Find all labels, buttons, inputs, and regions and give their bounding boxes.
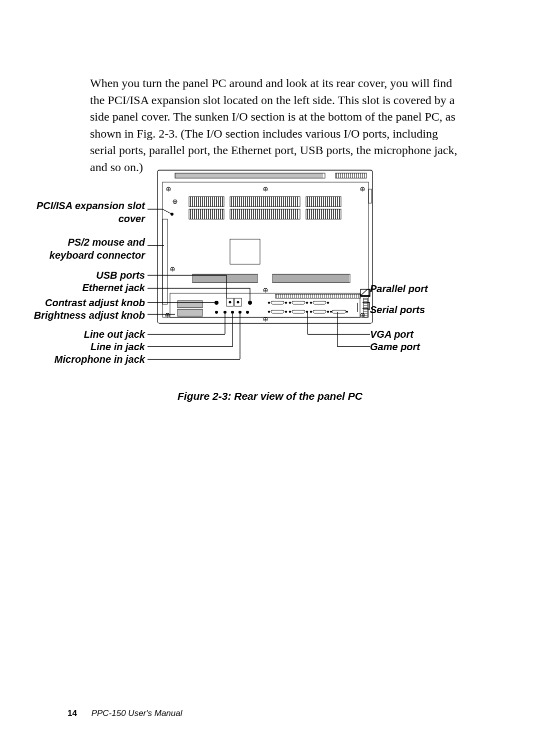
svg-point-37 — [231, 311, 234, 314]
svg-point-29 — [214, 301, 218, 305]
label-linein: Line in jack — [30, 341, 145, 353]
body-paragraph: When you turn the panel PC around and lo… — [90, 75, 460, 176]
rear-panel-diagram — [148, 169, 438, 374]
label-lineout: Line out jack — [30, 329, 145, 340]
svg-rect-25 — [170, 293, 360, 317]
svg-point-33 — [229, 301, 232, 304]
svg-point-47 — [285, 311, 287, 313]
svg-point-45 — [327, 302, 329, 304]
svg-point-51 — [327, 311, 329, 313]
svg-rect-3 — [336, 173, 366, 178]
label-ps2: PS/2 mouse and keyboard connector — [30, 236, 145, 262]
label-mic: Microphone in jack — [30, 354, 145, 365]
svg-point-39 — [246, 311, 249, 314]
label-brightness: Brightness adjust knob — [30, 310, 145, 321]
svg-point-48 — [289, 311, 291, 313]
svg-rect-16 — [162, 219, 168, 304]
svg-rect-0 — [158, 170, 372, 323]
svg-point-40 — [268, 302, 270, 304]
svg-point-53 — [346, 311, 348, 313]
svg-point-42 — [289, 302, 291, 304]
svg-rect-4 — [368, 189, 372, 203]
svg-point-46 — [268, 311, 270, 313]
svg-point-44 — [310, 302, 312, 304]
svg-point-34 — [237, 301, 240, 304]
page-number: 14 — [68, 708, 77, 718]
label-contrast: Contrast adjust knob — [30, 297, 145, 309]
manual-title: PPC-150 User's Manual — [92, 708, 182, 718]
label-usb: USB ports — [30, 270, 145, 281]
label-pci-isa: PCI/ISA expansion slot cover — [30, 199, 145, 225]
svg-point-36 — [224, 311, 226, 314]
label-ethernet: Ethernet jack — [30, 282, 145, 294]
svg-point-38 — [238, 311, 242, 314]
svg-point-50 — [310, 311, 312, 313]
svg-point-30 — [215, 311, 218, 314]
figure-caption: Figure 2-3: Rear view of the panel PC — [0, 390, 540, 402]
page-footer: 14 PPC-150 User's Manual — [68, 708, 182, 718]
svg-rect-17 — [230, 239, 260, 264]
svg-point-41 — [285, 302, 287, 304]
svg-point-35 — [248, 301, 252, 305]
svg-point-52 — [330, 311, 332, 313]
svg-point-43 — [306, 302, 308, 304]
svg-rect-26 — [276, 294, 360, 298]
figure-2-3: PCI/ISA expansion slot cover PS/2 mouse … — [30, 169, 435, 374]
